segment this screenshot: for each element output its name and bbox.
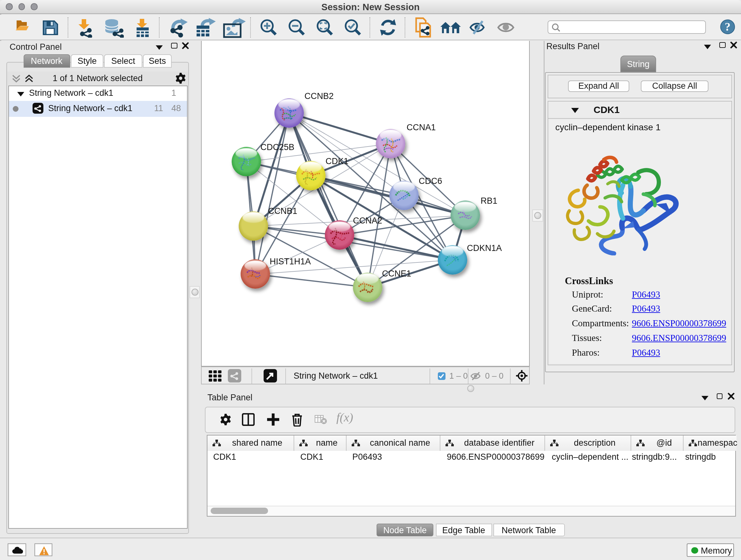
svg-text:?: ?: [725, 20, 731, 33]
